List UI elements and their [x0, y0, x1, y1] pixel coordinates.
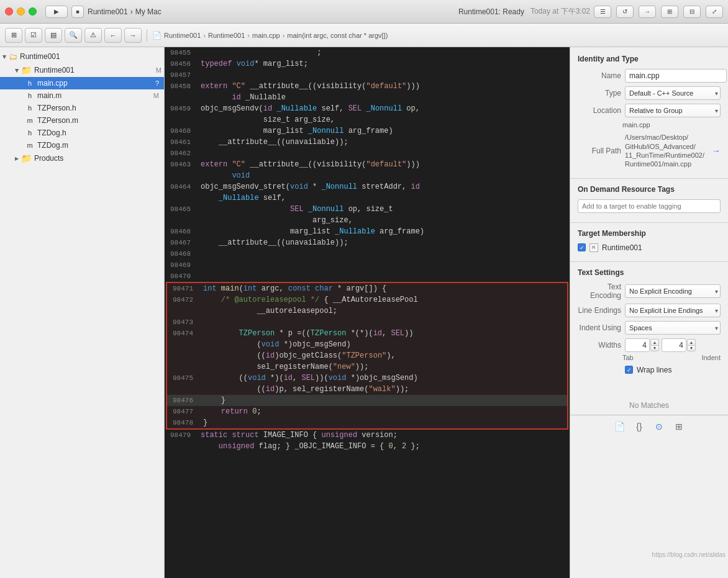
- indent-width-input[interactable]: [662, 338, 686, 352]
- sidebar-item-products[interactable]: ▶ 📁 Products: [0, 151, 164, 165]
- sidebar-item-main-cpp[interactable]: h main.cpp ?: [0, 77, 164, 89]
- sidebar-item-tzperson-h[interactable]: h TZPerson.h: [0, 102, 164, 114]
- line-content: size_t arg_size,: [198, 114, 570, 125]
- line-number: 98459: [165, 103, 198, 114]
- text-encoding-label: Text Encoding: [578, 282, 621, 300]
- code-editor[interactable]: 98455 ; 98456 typedef void* marg_list; 9…: [165, 47, 570, 578]
- tab-stepper-up[interactable]: ▲: [650, 339, 659, 345]
- search-button[interactable]: 🔍: [65, 28, 82, 43]
- bottom-circle-icon[interactable]: ⊙: [653, 420, 665, 433]
- sidebar-item-tzperson-m[interactable]: m TZPerson.m: [0, 114, 164, 127]
- folder-icon: 📁: [21, 65, 32, 75]
- split-button[interactable]: ⊟: [683, 6, 701, 18]
- indent-stepper[interactable]: ▲ ▼: [687, 339, 696, 351]
- line-number: [167, 350, 201, 361]
- right-panel: Identity and Type Name Type Default - C+…: [570, 47, 728, 578]
- location-select-wrapper[interactable]: Relative to Group: [625, 104, 721, 117]
- back-button[interactable]: ←: [104, 28, 122, 43]
- membership-checkbox[interactable]: [578, 243, 586, 251]
- reveal-icon[interactable]: →: [712, 146, 721, 156]
- line-content: id _Nullable: [198, 92, 570, 103]
- triangle-icon-2: ▶: [14, 68, 20, 72]
- breadcrumb-func[interactable]: main(int argc, const char * argv[]): [287, 32, 388, 39]
- name-input[interactable]: [625, 69, 727, 83]
- breadcrumb-project[interactable]: Runtime001: [164, 32, 201, 39]
- code-line-98472: 98472 /* @autoreleasepool */ { __AtAutor…: [167, 294, 567, 305]
- line-content: [198, 248, 570, 260]
- grid-button[interactable]: ⊞: [5, 28, 22, 43]
- sidebar-label-main-m: main.m: [37, 91, 151, 100]
- sidebar-toggle[interactable]: ☰: [594, 6, 611, 18]
- code-line: 98458 extern "C" __attribute__((visibili…: [165, 81, 570, 92]
- forward-button[interactable]: →: [639, 6, 656, 18]
- line-endings-select[interactable]: No Explicit Line Endings: [625, 304, 721, 317]
- maximize-button[interactable]: [29, 7, 37, 16]
- widths-label: Widths: [578, 341, 621, 350]
- close-button[interactable]: [5, 7, 13, 16]
- check-button[interactable]: ☑: [25, 28, 42, 43]
- line-number: 98464: [165, 181, 198, 192]
- text-encoding-select[interactable]: No Explicit Encoding: [625, 284, 721, 298]
- group-button[interactable]: ▤: [45, 28, 62, 43]
- line-content: marg_list _Nullable arg_frame): [198, 226, 570, 237]
- tab-width-input[interactable]: [625, 338, 650, 352]
- code-line-98471: 98471 int main(int argc, const char * ar…: [167, 283, 567, 294]
- sidebar-label-tzperson-m: TZPerson.m: [37, 116, 159, 125]
- line-number: 98476: [167, 395, 201, 406]
- wrap-lines-label: Wrap lines: [637, 366, 671, 374]
- line-content: arg_size,: [198, 215, 570, 226]
- line-number: 98457: [165, 70, 198, 81]
- traffic-lights: [5, 7, 37, 16]
- breadcrumb-bar: 📄 Runtime001 › Runtime001 › main.cpp › m…: [152, 31, 723, 40]
- indent-using-select[interactable]: Spaces: [625, 321, 721, 335]
- location-select[interactable]: Relative to Group: [625, 104, 721, 117]
- line-number: 98470: [165, 271, 198, 282]
- line-endings-select-wrapper[interactable]: No Explicit Line Endings: [625, 304, 721, 317]
- refresh-button[interactable]: ↺: [616, 6, 634, 18]
- stop-button[interactable]: ■: [71, 6, 84, 18]
- code-line: 98462: [165, 148, 570, 159]
- indent-using-select-wrapper[interactable]: Spaces: [625, 321, 721, 335]
- line-content: extern "C" __attribute__((visibility("de…: [198, 81, 570, 92]
- expand-button[interactable]: ⊞: [661, 6, 678, 18]
- wrap-lines-checkbox[interactable]: [625, 366, 633, 374]
- file-icon-tzperson-h: h: [25, 103, 35, 113]
- line-number: [167, 305, 201, 317]
- line-number: 98472: [167, 294, 201, 305]
- code-line: 98465 SEL _Nonnull op, size_t: [165, 204, 570, 215]
- bottom-doc-icon[interactable]: 📄: [613, 420, 626, 433]
- sidebar-item-runtime001-root[interactable]: ▶ 🗂 Runtime001: [0, 50, 164, 63]
- sidebar-item-tzdog-m[interactable]: m TZDog.m: [0, 139, 164, 151]
- code-line: 98457: [165, 70, 570, 81]
- line-content: [198, 271, 570, 282]
- warn-button[interactable]: ⚠: [84, 28, 102, 43]
- fwd-button[interactable]: →: [124, 28, 142, 43]
- text-encoding-select-wrapper[interactable]: No Explicit Encoding: [625, 284, 721, 298]
- tab-stepper-down[interactable]: ▼: [650, 345, 659, 351]
- code-line: unsigned flag; } _OBJC_IMAGE_INFO = { 0,…: [165, 441, 570, 452]
- minimize-button[interactable]: [17, 7, 25, 16]
- indent-stepper-up[interactable]: ▲: [687, 339, 696, 345]
- on-demand-section: On Demand Resource Tags: [570, 183, 728, 215]
- type-select[interactable]: Default - C++ Source: [625, 86, 721, 100]
- tab-stepper[interactable]: ▲ ▼: [650, 339, 659, 351]
- fullscreen-button[interactable]: ⤢: [706, 6, 723, 18]
- line-number: 98465: [165, 204, 198, 215]
- bottom-grid-icon[interactable]: ⊞: [673, 420, 685, 433]
- sidebar-root-label: Runtime001: [20, 52, 162, 61]
- breadcrumb-file[interactable]: main.cpp: [252, 32, 280, 39]
- line-number: 98478: [167, 417, 201, 428]
- breadcrumb-group[interactable]: Runtime001: [208, 32, 245, 39]
- type-select-wrapper[interactable]: Default - C++ Source: [625, 86, 721, 100]
- indent-using-label: Indent Using: [578, 323, 621, 332]
- indent-stepper-down[interactable]: ▼: [687, 345, 696, 351]
- sidebar-item-tzdog-h[interactable]: h TZDog.h: [0, 127, 164, 139]
- tags-input[interactable]: [578, 199, 721, 213]
- run-button[interactable]: ▶: [45, 6, 68, 18]
- code-content[interactable]: 98455 ; 98456 typedef void* marg_list; 9…: [165, 47, 570, 578]
- bottom-braces-icon[interactable]: {}: [633, 420, 645, 433]
- type-row: Type Default - C++ Source: [570, 84, 728, 102]
- sidebar-item-main-m[interactable]: h main.m M: [0, 89, 164, 102]
- sidebar-item-runtime001-group[interactable]: ▶ 📁 Runtime001 M: [0, 63, 164, 77]
- sidebar-badge-q: ?: [155, 79, 159, 87]
